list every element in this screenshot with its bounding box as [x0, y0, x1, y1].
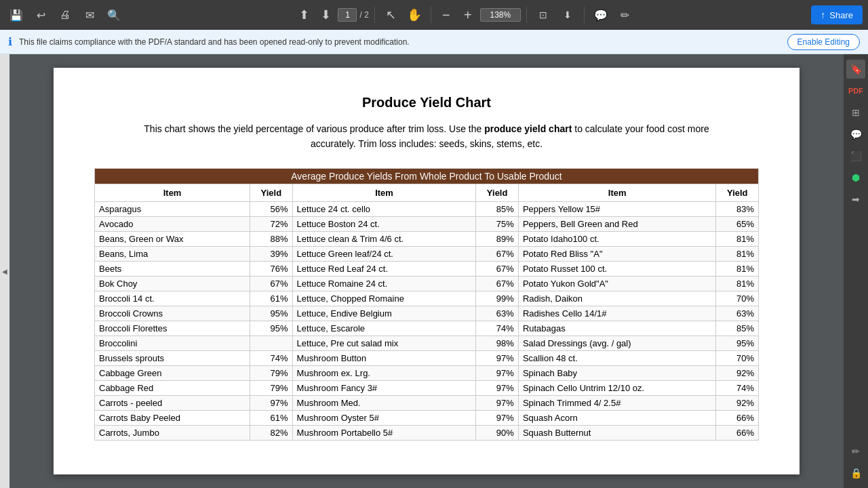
sidebar-apps-icon[interactable]: ⬛ — [846, 146, 865, 165]
back-icon[interactable]: ↩ — [30, 4, 52, 26]
yield-cell: 74% — [476, 321, 518, 336]
pdf-page: Produce Yield Chart This chart shows the… — [54, 68, 800, 474]
yield-cell: 97% — [476, 350, 518, 365]
item-cell: Lettuce, Endive Belgium — [292, 306, 476, 321]
yield-cell: 61% — [250, 291, 292, 306]
yield-cell: 92% — [716, 395, 759, 410]
zoom-in-button[interactable]: + — [458, 5, 477, 24]
search-icon[interactable]: 🔍 — [103, 4, 125, 26]
zoom-level-display[interactable]: 138% — [480, 8, 521, 22]
yield-cell: 56% — [250, 201, 292, 216]
sidebar-pdf-icon[interactable]: PDF — [846, 81, 865, 100]
item-cell: Carrots Baby Peeled — [95, 410, 250, 425]
separator-1 — [374, 7, 375, 23]
yield-cell: 75% — [476, 216, 518, 231]
table-row: Avocado72%Lettuce Boston 24 ct.75%Pepper… — [95, 216, 759, 231]
item-cell: Radish, Daikon — [518, 291, 716, 306]
pdf-area[interactable]: Produce Yield Chart This chart shows the… — [9, 54, 844, 488]
item-cell: Peppers Yellow 15# — [518, 201, 716, 216]
page-number-input[interactable]: 1 — [338, 8, 357, 22]
item-cell: Potato Idaho100 ct. — [518, 231, 716, 246]
sidebar-green-icon[interactable]: ⬢ — [846, 168, 865, 187]
yield-cell: 81% — [716, 246, 759, 261]
cursor-select-icon[interactable]: ↖ — [380, 4, 402, 26]
sidebar-chat-icon[interactable]: 💬 — [846, 125, 865, 144]
info-bar: ℹ This file claims compliance with the P… — [0, 30, 868, 54]
table-row: Carrots Baby Peeled61%Mushroom Oyster 5#… — [95, 410, 759, 425]
download-icon[interactable]: ⬇ — [557, 4, 578, 26]
item-cell: Mushroom Oyster 5# — [292, 410, 476, 425]
yield-cell: 85% — [476, 201, 518, 216]
yield-cell: 89% — [476, 231, 518, 246]
col-header-yield1: Yield — [250, 184, 292, 201]
print-icon[interactable]: 🖨 — [54, 4, 76, 26]
table-row: Asparagus56%Lettuce 24 ct. cello85%Peppe… — [95, 201, 759, 216]
sidebar-pen-icon[interactable]: ✏ — [846, 442, 865, 461]
item-cell: Mushroom Fancy 3# — [292, 380, 476, 395]
col-header-row: Item Yield Item Yield Item Yield — [95, 184, 759, 201]
table-row: Cabbage Green79%Mushroom ex. Lrg.97%Spin… — [95, 365, 759, 380]
yield-cell: 39% — [250, 246, 292, 261]
sidebar-bookmark-icon[interactable]: 🔖 — [846, 60, 865, 79]
desc-highlight: produce yield chart — [484, 123, 572, 134]
yield-cell: 70% — [716, 350, 759, 365]
col-header-yield3: Yield — [716, 184, 759, 201]
item-cell: Beans, Lima — [95, 246, 250, 261]
yield-cell — [250, 336, 292, 350]
table-banner-row: Average Produce Yields From Whole Produc… — [95, 168, 759, 184]
yield-cell: 92% — [716, 365, 759, 380]
item-cell: Lettuce, Chopped Romaine — [292, 291, 476, 306]
separator-3 — [526, 7, 527, 23]
yield-cell: 90% — [476, 425, 518, 440]
item-cell: Potato Yukon Gold"A" — [518, 276, 716, 291]
page-separator: / 2 — [359, 10, 368, 20]
share-button[interactable]: ↑ Share — [811, 5, 863, 24]
draw-icon[interactable]: ✏ — [614, 4, 636, 26]
table-row: Bok Choy67%Lettuce Romaine 24 ct.67%Pota… — [95, 276, 759, 291]
yield-cell: 97% — [250, 395, 292, 410]
separator-2 — [431, 7, 431, 23]
item-cell: Lettuce 24 ct. cello — [292, 201, 476, 216]
save-icon[interactable]: 💾 — [5, 4, 27, 26]
item-cell: Mushroom Portabello 5# — [292, 425, 476, 440]
table-row: Cabbage Red79%Mushroom Fancy 3#97%Spinac… — [95, 380, 759, 395]
email-icon[interactable]: ✉ — [79, 4, 100, 26]
item-cell: Broccoli Florettes — [95, 321, 250, 336]
cursor-pan-icon[interactable]: ✋ — [403, 4, 425, 26]
yield-cell: 66% — [716, 425, 759, 440]
fit-page-icon[interactable]: ⊡ — [532, 4, 554, 26]
sidebar-arrow-right-icon[interactable]: ➡ — [846, 190, 865, 209]
document-description: This chart shows the yield percentage of… — [121, 121, 732, 152]
info-message: This file claims compliance with the PDF… — [19, 37, 781, 47]
table-row: Beets76%Lettuce Red Leaf 24 ct.67%Potato… — [95, 261, 759, 276]
table-row: Beans, Green or Wax88%Lettuce clean & Tr… — [95, 231, 759, 246]
col-header-item1: Item — [95, 184, 250, 201]
item-cell: Beans, Green or Wax — [95, 231, 250, 246]
yield-cell: 74% — [250, 350, 292, 365]
item-cell: Cabbage Green — [95, 365, 250, 380]
table-banner-cell: Average Produce Yields From Whole Produc… — [95, 168, 759, 184]
yield-cell: 72% — [250, 216, 292, 231]
yield-cell: 85% — [716, 321, 759, 336]
next-page-button[interactable]: ⬇ — [316, 5, 335, 24]
col-header-yield2: Yield — [476, 184, 518, 201]
left-panel-toggle[interactable]: ◀ — [0, 54, 9, 488]
document-title: Produce Yield Chart — [94, 95, 759, 110]
sidebar-layers-icon[interactable]: ⊞ — [846, 103, 865, 122]
sidebar-lock-icon[interactable]: 🔒 — [846, 464, 865, 483]
item-cell: Mushroom Med. — [292, 395, 476, 410]
table-body: Asparagus56%Lettuce 24 ct. cello85%Peppe… — [95, 201, 759, 440]
col-header-item3: Item — [518, 184, 716, 201]
prev-page-button[interactable]: ⬆ — [294, 5, 313, 24]
item-cell: Rutabagas — [518, 321, 716, 336]
yield-cell: 97% — [476, 365, 518, 380]
cursor-tools: ↖ ✋ — [380, 4, 425, 26]
desc-part1: This chart shows the yield percentage of… — [144, 123, 484, 134]
zoom-out-button[interactable]: − — [437, 5, 456, 24]
comment-icon[interactable]: 💬 — [590, 4, 612, 26]
enable-editing-button[interactable]: Enable Editing — [787, 34, 860, 50]
share-icon: ↑ — [821, 9, 825, 20]
info-icon: ℹ — [8, 35, 12, 48]
yield-cell: 67% — [250, 276, 292, 291]
item-cell: Carrots - peeled — [95, 395, 250, 410]
